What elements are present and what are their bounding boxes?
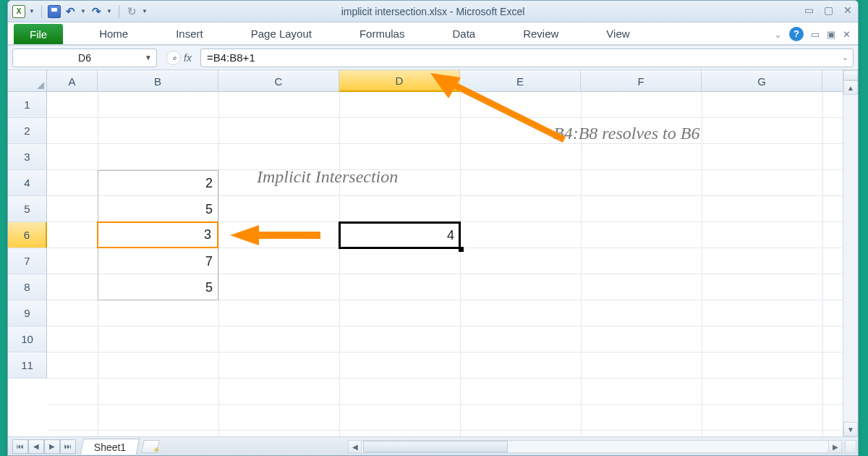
select-all-corner[interactable]	[8, 70, 47, 92]
title-bar: X ▼ ↶ ▼ ↷ ▼ ↻ ▼ implicit intersection.xl…	[8, 1, 858, 22]
tab-review[interactable]: Review	[509, 23, 573, 44]
save-icon[interactable]	[48, 5, 61, 18]
tab-home[interactable]: Home	[85, 23, 142, 44]
col-header-A[interactable]: A	[47, 70, 98, 92]
ribbon-tabs: File Home Insert Page Layout Formulas Da…	[8, 22, 858, 46]
cell-B5[interactable]: 5	[98, 196, 218, 222]
scroll-up-icon[interactable]: ▲	[843, 80, 858, 95]
window-controls: ▭ ▢ ✕	[804, 4, 852, 16]
vertical-scrollbar[interactable]: ▲ ▼	[843, 70, 858, 436]
row-header-5[interactable]: 5	[8, 196, 47, 222]
sheet-nav-first-icon[interactable]: ⏮	[12, 439, 28, 454]
cell-D6[interactable]: 4	[339, 222, 460, 248]
formula-text: =B4:B8+1	[207, 51, 255, 64]
fx-label: fx	[184, 52, 192, 64]
tab-page-layout[interactable]: Page Layout	[237, 23, 326, 44]
window-restore-icon[interactable]: ▣	[827, 29, 835, 40]
close-icon[interactable]: ✕	[843, 4, 852, 16]
formula-expand-icon[interactable]: ⌄	[842, 53, 848, 62]
separator	[41, 5, 42, 18]
column-headers: A B C D E F G	[47, 70, 843, 92]
svg-marker-1	[230, 225, 259, 245]
arrow-to-b6-icon	[226, 224, 328, 247]
name-box-dropdown-icon[interactable]: ▼	[145, 54, 152, 62]
scroll-thumb[interactable]	[363, 441, 508, 452]
row-header-8[interactable]: 8	[8, 274, 47, 300]
tab-view[interactable]: View	[592, 23, 644, 44]
col-header-E[interactable]: E	[460, 70, 581, 92]
row-header-1[interactable]: 1	[8, 92, 47, 118]
split-handle-icon[interactable]	[843, 70, 858, 80]
tab-insert[interactable]: Insert	[161, 23, 218, 44]
spreadsheet-grid: 1 2 3 4 5 6 7 8 9 10 11 A B C D E F	[8, 70, 858, 436]
fx-button[interactable]: ∘ fx	[161, 48, 196, 67]
row-header-3[interactable]: 3	[8, 144, 47, 170]
fx-icon: ∘	[166, 51, 181, 65]
row-headers: 1 2 3 4 5 6 7 8 9 10 11	[8, 92, 47, 379]
sheet-tab-bar: ⏮ ◀ ▶ ⏭ Sheet1 ◀ ▶	[8, 436, 858, 455]
col-header-C[interactable]: C	[218, 70, 339, 92]
formula-input[interactable]: =B4:B8+1 ⌄	[200, 48, 854, 67]
name-box-value: D6	[78, 52, 91, 64]
row-header-9[interactable]: 9	[8, 300, 47, 326]
sheet-tab-sheet1[interactable]: Sheet1	[80, 439, 140, 455]
cell-B7[interactable]: 7	[98, 248, 218, 274]
new-sheet-button[interactable]	[141, 440, 160, 453]
cell-B4[interactable]: 2	[98, 170, 218, 196]
scroll-left-icon[interactable]: ◀	[349, 441, 362, 452]
col-header-F[interactable]: F	[581, 70, 702, 92]
sheet-nav-last-icon[interactable]: ⏭	[60, 439, 76, 454]
col-header-B[interactable]: B	[98, 70, 218, 92]
window-close-icon[interactable]: ✕	[843, 29, 851, 40]
tab-data[interactable]: Data	[438, 23, 490, 44]
horizontal-split-handle-icon[interactable]	[845, 440, 856, 453]
file-tab[interactable]: File	[14, 24, 63, 44]
repeat-icon[interactable]: ↻	[125, 5, 138, 18]
row-header-2[interactable]: 2	[8, 118, 47, 144]
cell-B8[interactable]: 5	[98, 274, 218, 300]
sheet-nav-next-icon[interactable]: ▶	[44, 439, 60, 454]
ribbon-minimize-icon[interactable]: ⌄	[774, 29, 782, 40]
annotation-title: Implicit Intersection	[257, 167, 398, 187]
maximize-icon[interactable]: ▢	[824, 4, 833, 16]
fill-handle[interactable]	[459, 247, 464, 252]
redo-dropdown-icon[interactable]: ▼	[106, 5, 113, 18]
minimize-icon[interactable]: ▭	[804, 4, 814, 16]
excel-icon[interactable]: X	[12, 5, 25, 18]
horizontal-scrollbar[interactable]: ◀ ▶	[348, 440, 842, 453]
help-icon[interactable]: ?	[789, 27, 804, 41]
qat-customize-icon[interactable]: ▼	[141, 5, 148, 18]
scroll-down-icon[interactable]: ▼	[843, 422, 858, 436]
row-header-10[interactable]: 10	[8, 326, 47, 352]
cell-B6[interactable]: 3	[97, 221, 218, 248]
excel-window: X ▼ ↶ ▼ ↷ ▼ ↻ ▼ implicit intersection.xl…	[7, 0, 859, 456]
row-header-6[interactable]: 6	[8, 222, 47, 248]
qat-dropdown-icon[interactable]: ▼	[28, 5, 35, 18]
name-box[interactable]: D6 ▼	[12, 48, 157, 67]
cell-area[interactable]: 2 5 3 7 5 4 Implicit Intersection B4:B8 …	[47, 92, 843, 436]
separator	[119, 5, 119, 18]
row-header-11[interactable]: 11	[8, 352, 47, 379]
col-header-G[interactable]: G	[702, 70, 822, 92]
col-header-D[interactable]: D	[339, 70, 460, 92]
window-minimize-icon[interactable]: ▭	[811, 29, 820, 40]
formula-bar: D6 ▼ ∘ fx =B4:B8+1 ⌄	[8, 46, 858, 70]
annotation-note: B4:B8 resolves to B6	[553, 124, 699, 143]
undo-icon[interactable]: ↶	[64, 5, 77, 18]
scroll-right-icon[interactable]: ▶	[828, 441, 841, 452]
undo-dropdown-icon[interactable]: ▼	[80, 5, 87, 18]
quick-access-toolbar: X ▼ ↶ ▼ ↷ ▼ ↻ ▼	[8, 5, 148, 18]
row-header-7[interactable]: 7	[8, 248, 47, 274]
redo-icon[interactable]: ↷	[90, 5, 103, 18]
sheet-nav-prev-icon[interactable]: ◀	[28, 439, 44, 454]
row-header-4[interactable]: 4	[8, 170, 47, 196]
tab-formulas[interactable]: Formulas	[345, 23, 420, 44]
sheet-tab-label: Sheet1	[94, 441, 126, 452]
